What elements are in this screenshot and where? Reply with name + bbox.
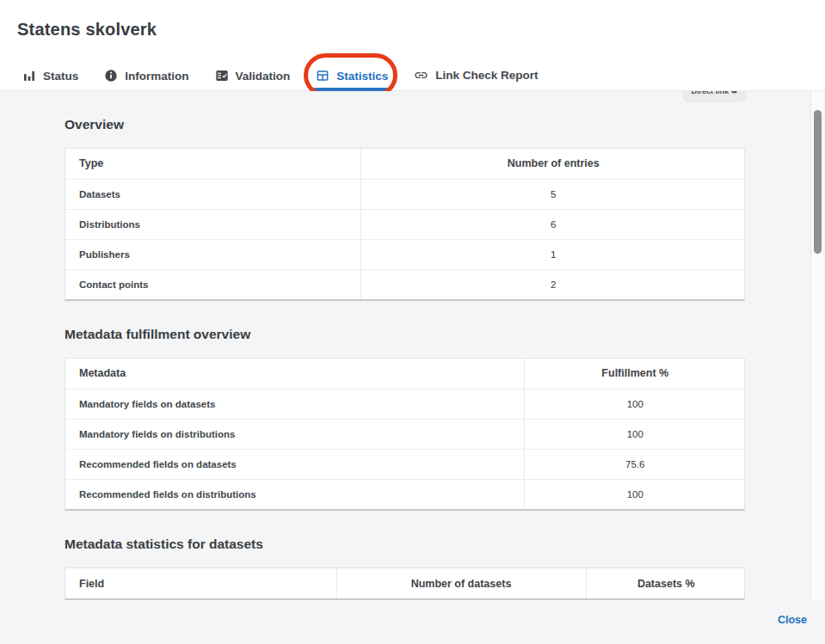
table-row: Datasets 5 bbox=[65, 179, 746, 209]
column-header: Type bbox=[65, 149, 360, 179]
table-icon bbox=[316, 69, 329, 83]
table-row: Publishers 1 bbox=[65, 239, 746, 269]
table-row: Recommended fields on datasets 75.6 bbox=[65, 449, 746, 479]
table-header-row: Field Number of datasets Datasets % bbox=[65, 568, 746, 598]
link-icon bbox=[414, 68, 428, 83]
tab-label: Information bbox=[125, 70, 188, 83]
tab-label: Link Check Report bbox=[435, 69, 538, 82]
tab-validation[interactable]: Validation bbox=[213, 64, 292, 91]
table-fulfillment: Metadata Fulfillment % Mandatory fields … bbox=[65, 358, 745, 511]
tab-statistics[interactable]: Statistics bbox=[314, 64, 390, 91]
fact-check-icon bbox=[215, 69, 229, 83]
section-heading-dataset-stats: Metadata statistics for datasets bbox=[65, 535, 745, 554]
table-row: Distributions 6 bbox=[65, 209, 746, 239]
tab-label: Status bbox=[43, 70, 78, 83]
scrollbar-track[interactable] bbox=[810, 91, 823, 601]
tab-link-check-report[interactable]: Link Check Report bbox=[412, 63, 539, 91]
bar-chart-icon bbox=[22, 69, 36, 83]
table-header-row: Type Number of entries bbox=[65, 149, 746, 179]
info-icon bbox=[104, 69, 118, 83]
table-row: Recommended fields on distributions 100 bbox=[65, 479, 746, 509]
dialog-header: Statens skolverk Status Information bbox=[0, 0, 825, 91]
column-header: Fulfillment % bbox=[524, 359, 746, 389]
dialog-footer: Close bbox=[0, 600, 825, 644]
tab-information[interactable]: Information bbox=[102, 64, 190, 91]
column-header: Datasets % bbox=[586, 568, 746, 598]
section-heading-fulfillment: Metadata fulfillment overview bbox=[65, 325, 745, 344]
column-header: Metadata bbox=[65, 359, 524, 389]
column-header: Number of entries bbox=[360, 149, 746, 179]
table-dataset-stats: Field Number of datasets Datasets % bbox=[65, 567, 745, 600]
tab-label: Validation bbox=[236, 70, 291, 83]
column-header: Field bbox=[65, 568, 336, 598]
tab-label: Statistics bbox=[336, 70, 388, 83]
table-overview: Type Number of entries Datasets 5 Distri… bbox=[65, 148, 745, 301]
table-header-row: Metadata Fulfillment % bbox=[65, 359, 746, 389]
table-row: Mandatory fields on distributions 100 bbox=[65, 419, 746, 449]
table-row: Mandatory fields on datasets 100 bbox=[65, 389, 746, 419]
tab-status[interactable]: Status bbox=[21, 64, 80, 91]
section-heading-overview: Overview bbox=[65, 115, 745, 134]
scrollbar-thumb[interactable] bbox=[814, 110, 822, 254]
column-header: Number of datasets bbox=[336, 568, 586, 598]
close-button[interactable]: Close bbox=[778, 614, 807, 626]
statistics-panel: Direct link ⧉ Overview Type Number of en… bbox=[0, 91, 810, 600]
tab-bar: Status Information Validation bbox=[21, 63, 540, 91]
page-title: Statens skolverk bbox=[17, 20, 157, 40]
table-row: Contact points 2 bbox=[65, 269, 746, 299]
